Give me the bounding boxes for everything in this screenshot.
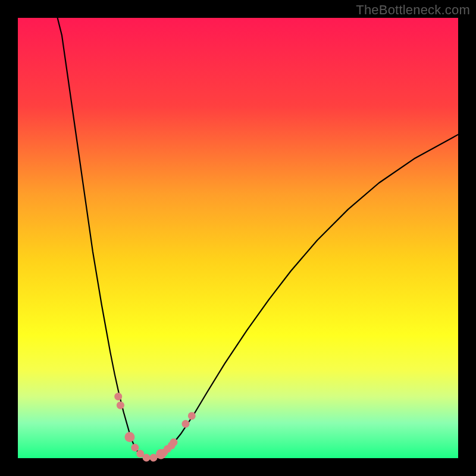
data-marker (143, 454, 151, 462)
data-marker (181, 420, 189, 428)
data-marker (114, 393, 122, 400)
plot-background (18, 18, 458, 458)
chart-svg (0, 0, 476, 476)
watermark-text: TheBottleneck.com (356, 2, 470, 18)
data-marker (170, 439, 177, 446)
chart-root: TheBottleneck.com (0, 0, 476, 476)
data-marker (124, 432, 134, 442)
data-marker (131, 444, 139, 452)
data-marker (188, 412, 196, 419)
data-marker (117, 402, 124, 409)
